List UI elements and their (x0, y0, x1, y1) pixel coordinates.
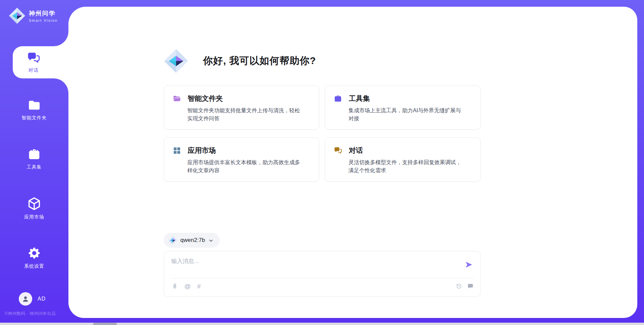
card-description: 智能文件夹功能支持批量文件上传与清洗，轻松实现文件问答 (187, 107, 310, 123)
person-icon (21, 295, 30, 303)
sidebar-item-label: 应用市场 (24, 214, 44, 220)
cube-icon (27, 196, 42, 211)
message-composer: @ # (164, 251, 481, 297)
mention-icon: @ (184, 283, 191, 289)
comment-icon (467, 283, 474, 289)
model-name: qwen2:7b (180, 237, 205, 244)
app-screen: 神州问学 Smart Vision 对话 智能文件夹 工具集 应用市场 (0, 0, 644, 325)
sidebar-item-label: 对话 (29, 67, 39, 73)
hashtag-icon: # (197, 283, 201, 289)
sidebar-item-label: 工具集 (27, 164, 42, 170)
chat-icon (27, 51, 40, 65)
folder-open-icon (173, 94, 181, 103)
card-title: 工具集 (349, 94, 370, 103)
main-content: 你好, 我可以如何帮助你? 智能文件夹 智能文件夹功能支持批量文件上传与清洗，轻… (164, 0, 481, 311)
card-description: 应用市场提供丰富长文本模板，助力高效生成多样化文章内容 (187, 158, 310, 175)
mention-button[interactable]: @ (184, 283, 191, 289)
card-description: 集成市场上主流工具，助力AI与外界无缝扩展与对接 (348, 107, 471, 123)
sidebar-item-smart-folder[interactable]: 智能文件夹 (0, 99, 68, 121)
hashtag-button[interactable]: # (197, 283, 201, 289)
brand-name: 神州问学 (29, 9, 58, 17)
comment-button[interactable] (467, 283, 474, 289)
card-title: 智能文件夹 (188, 94, 223, 103)
user-name: AD (38, 296, 46, 302)
avatar (19, 292, 32, 306)
greeting-text: 你好, 我可以如何帮助你? (203, 54, 316, 68)
sidebar-item-label: 智能文件夹 (22, 115, 47, 121)
sidebar-item-toolset[interactable]: 工具集 (0, 148, 68, 170)
paperclip-icon (171, 283, 178, 289)
send-button[interactable] (464, 261, 474, 270)
card-toolset[interactable]: 工具集 集成市场上主流工具，助力AI与外界无缝扩展与对接 (325, 85, 481, 130)
sidebar-item-label: 系统设置 (24, 263, 44, 269)
card-title: 应用市场 (188, 146, 216, 155)
feature-cards: 智能文件夹 智能文件夹功能支持批量文件上传与清洗，轻松实现文件问答 工具集 集成… (164, 85, 481, 182)
card-chat[interactable]: 对话 灵活切换多模型文件，支持多样回复效果调试，满足个性化需求 (325, 137, 481, 182)
sidebar-item-app-market[interactable]: 应用市场 (0, 196, 68, 220)
copyright: ©神州数码 · 神州问学出品 (5, 311, 56, 317)
chat-icon (334, 146, 342, 155)
history-icon (456, 283, 462, 289)
model-gem-icon (168, 236, 177, 245)
user-chip[interactable]: AD (19, 292, 46, 306)
sidebar-item-chat[interactable]: 对话 (13, 46, 70, 78)
greeting-gem-icon (164, 49, 189, 73)
card-title: 对话 (349, 146, 363, 155)
model-selector[interactable]: qwen2:7b (164, 233, 220, 248)
brand-logo: 神州问学 Smart Vision (9, 7, 58, 24)
briefcase-icon (28, 148, 41, 161)
tab-fillet-top (54, 31, 68, 46)
message-input[interactable] (171, 256, 464, 274)
send-icon (465, 261, 473, 269)
greeting: 你好, 我可以如何帮助你? (164, 49, 481, 73)
scrollbar-thumb[interactable] (93, 323, 117, 325)
chevron-down-icon (208, 238, 214, 243)
tab-fillet-bottom (54, 78, 68, 93)
horizontal-scrollbar[interactable] (0, 323, 644, 325)
card-app-market[interactable]: 应用市场 应用市场提供丰富长文本模板，助力高效生成多样化文章内容 (164, 137, 320, 182)
card-description: 灵活切换多模型文件，支持多样回复效果调试，满足个性化需求 (348, 158, 471, 175)
briefcase-icon (334, 94, 342, 103)
folder-icon (28, 99, 41, 112)
history-button[interactable] (456, 283, 462, 289)
gear-icon (27, 246, 41, 260)
brand-gem-icon (9, 7, 25, 24)
sidebar-item-settings[interactable]: 系统设置 (0, 246, 68, 269)
sidebar: 神州问学 Smart Vision 对话 智能文件夹 工具集 应用市场 (0, 0, 68, 325)
grid-icon (173, 146, 181, 155)
card-smart-folder[interactable]: 智能文件夹 智能文件夹功能支持批量文件上传与清洗，轻松实现文件问答 (164, 85, 320, 130)
attach-button[interactable] (171, 283, 178, 289)
brand-tagline: Smart Vision (29, 18, 58, 22)
